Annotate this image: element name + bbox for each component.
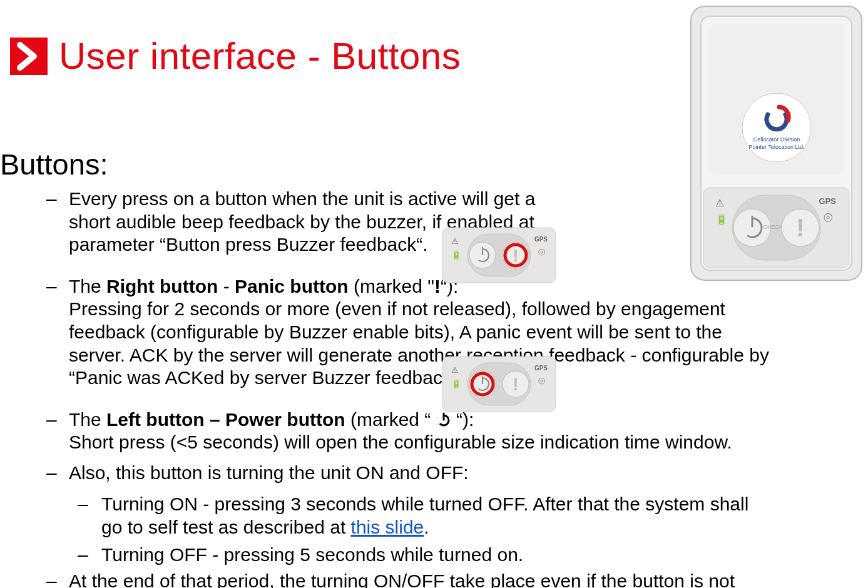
svg-text:🔋: 🔋	[451, 378, 462, 389]
text: .	[424, 517, 429, 537]
svg-text:⚠: ⚠	[451, 236, 459, 246]
paragraph-text: Also, this button is turning the unit ON…	[69, 462, 469, 483]
device-image-power: ⚠ 🔋 GPS ⦾ !	[441, 355, 557, 413]
svg-text:⦾: ⦾	[824, 211, 832, 224]
svg-text:GPS: GPS	[534, 365, 548, 372]
list-item: – Turning ON - pressing 3 seconds while …	[69, 492, 770, 539]
page-title: User interface - Buttons	[59, 34, 461, 78]
list-item: – The Left button – Power button (marked…	[38, 408, 770, 454]
list-item: – The Right button - Panic button (marke…	[38, 275, 770, 390]
list-item: – Every press on a button when the unit …	[38, 188, 770, 256]
logo-text-2: Pointer Telocation Ltd.	[749, 144, 805, 150]
paragraph-text: At the end of that period, the turning O…	[69, 570, 735, 588]
paragraph-text: Pressing for 2 seconds or more (even if …	[69, 298, 769, 388]
svg-text:GPS: GPS	[534, 236, 548, 243]
text-bold: Left button – Power button	[106, 409, 345, 430]
text: (marked “	[345, 409, 436, 430]
text: The	[69, 276, 106, 297]
svg-text:⚠: ⚠	[715, 198, 724, 208]
svg-text:!: !	[513, 375, 518, 394]
text-bold: !	[434, 276, 441, 297]
svg-text:⦾: ⦾	[538, 247, 545, 257]
text-bold: Right button	[106, 276, 218, 297]
svg-rect-0	[10, 38, 48, 75]
section-heading: Buttons:	[0, 147, 108, 181]
svg-text:⦾: ⦾	[538, 376, 545, 386]
list-item: – Also, this button is turning the unit …	[38, 462, 770, 485]
svg-text:🔋: 🔋	[715, 213, 728, 225]
device-image-panic: ⚠ 🔋 GPS ⦾ !	[441, 226, 557, 284]
svg-text:GPS: GPS	[819, 196, 837, 206]
paragraph-text: Turning OFF - pressing 5 seconds while t…	[101, 544, 523, 565]
power-icon	[436, 412, 451, 427]
title-bullet-icon	[10, 38, 48, 75]
svg-text:⚠: ⚠	[451, 365, 459, 375]
svg-text:!: !	[513, 246, 518, 265]
list-item: – At the end of that period, the turning…	[38, 570, 770, 588]
list-item: – Turning OFF - pressing 5 seconds while…	[69, 543, 770, 567]
text: -	[218, 276, 235, 297]
logo-text-1: Cellocator Division	[753, 136, 800, 143]
text-bold: Panic button	[235, 276, 349, 297]
svg-text:!: !	[796, 214, 804, 241]
slide-link[interactable]: this slide	[351, 517, 424, 537]
paragraph-text: Short press (<5 seconds) will open the c…	[69, 432, 732, 452]
svg-text:🔋: 🔋	[451, 250, 462, 260]
text: (marked "	[349, 276, 434, 297]
text: The	[69, 409, 106, 430]
device-image-large: Cellocator Division Pointer Telocation L…	[687, 3, 865, 284]
